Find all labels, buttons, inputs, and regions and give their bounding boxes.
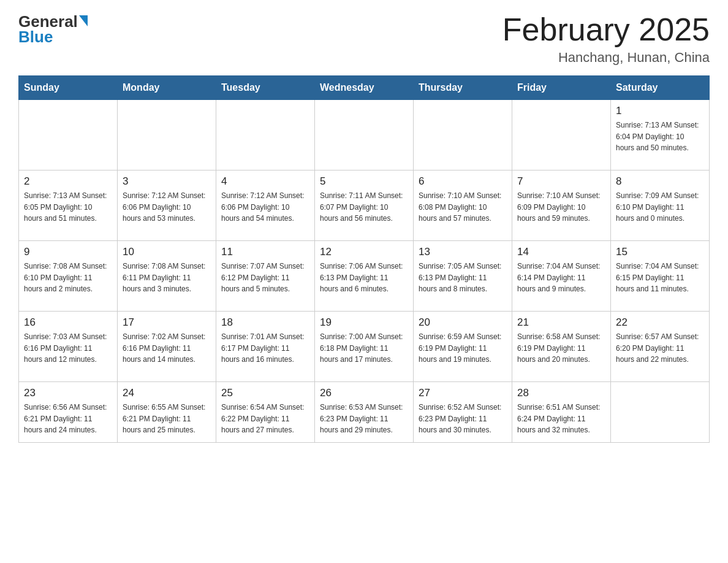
calendar-cell: 5Sunrise: 7:11 AM Sunset: 6:07 PM Daylig… — [315, 170, 414, 241]
calendar-cell: 9Sunrise: 7:08 AM Sunset: 6:10 PM Daylig… — [19, 241, 118, 312]
day-number: 21 — [517, 316, 605, 329]
calendar-cell: 1Sunrise: 7:13 AM Sunset: 6:04 PM Daylig… — [611, 100, 710, 170]
week-row-5: 23Sunrise: 6:56 AM Sunset: 6:21 PM Dayli… — [19, 382, 710, 443]
day-number: 25 — [221, 387, 309, 399]
calendar-cell: 20Sunrise: 6:59 AM Sunset: 6:19 PM Dayli… — [414, 312, 512, 382]
day-info: Sunrise: 7:13 AM Sunset: 6:05 PM Dayligh… — [24, 190, 112, 224]
day-info: Sunrise: 7:04 AM Sunset: 6:15 PM Dayligh… — [616, 261, 704, 295]
day-number: 10 — [123, 246, 211, 258]
day-number: 27 — [419, 387, 507, 399]
day-info: Sunrise: 7:05 AM Sunset: 6:13 PM Dayligh… — [419, 261, 507, 295]
day-info: Sunrise: 7:01 AM Sunset: 6:17 PM Dayligh… — [221, 331, 309, 366]
calendar-cell: 27Sunrise: 6:52 AM Sunset: 6:23 PM Dayli… — [414, 382, 512, 443]
title-block: February 2025 Hanchang, Hunan, China — [502, 12, 710, 66]
day-number: 18 — [221, 316, 309, 329]
calendar-cell: 16Sunrise: 7:03 AM Sunset: 6:16 PM Dayli… — [19, 312, 118, 382]
day-info: Sunrise: 6:56 AM Sunset: 6:21 PM Dayligh… — [24, 402, 112, 436]
day-number: 24 — [123, 387, 211, 399]
day-info: Sunrise: 7:07 AM Sunset: 6:12 PM Dayligh… — [221, 261, 309, 295]
day-info: Sunrise: 7:10 AM Sunset: 6:08 PM Dayligh… — [419, 190, 507, 224]
calendar-cell: 18Sunrise: 7:01 AM Sunset: 6:17 PM Dayli… — [216, 312, 315, 382]
day-number: 1 — [616, 105, 704, 117]
day-info: Sunrise: 6:54 AM Sunset: 6:22 PM Dayligh… — [221, 402, 309, 436]
day-number: 6 — [419, 175, 507, 188]
day-number: 5 — [320, 175, 408, 188]
day-info: Sunrise: 7:12 AM Sunset: 6:06 PM Dayligh… — [221, 190, 309, 224]
day-info: Sunrise: 6:59 AM Sunset: 6:19 PM Dayligh… — [419, 331, 507, 366]
day-info: Sunrise: 7:08 AM Sunset: 6:10 PM Dayligh… — [24, 261, 112, 295]
calendar-cell: 19Sunrise: 7:00 AM Sunset: 6:18 PM Dayli… — [315, 312, 414, 382]
calendar-cell — [611, 382, 710, 443]
logo: General Blue — [18, 12, 88, 47]
calendar-cell — [118, 100, 216, 170]
weekday-header-sunday: Sunday — [19, 76, 118, 100]
calendar-cell: 15Sunrise: 7:04 AM Sunset: 6:15 PM Dayli… — [611, 241, 710, 312]
day-info: Sunrise: 7:12 AM Sunset: 6:06 PM Dayligh… — [123, 190, 211, 224]
day-info: Sunrise: 7:08 AM Sunset: 6:11 PM Dayligh… — [123, 261, 211, 295]
day-info: Sunrise: 6:52 AM Sunset: 6:23 PM Dayligh… — [419, 402, 507, 436]
calendar-cell — [19, 100, 118, 170]
weekday-header-row: SundayMondayTuesdayWednesdayThursdayFrid… — [19, 76, 710, 100]
day-info: Sunrise: 7:06 AM Sunset: 6:13 PM Dayligh… — [320, 261, 408, 295]
week-row-2: 2Sunrise: 7:13 AM Sunset: 6:05 PM Daylig… — [19, 170, 710, 241]
calendar-cell: 24Sunrise: 6:55 AM Sunset: 6:21 PM Dayli… — [118, 382, 216, 443]
weekday-header-monday: Monday — [118, 76, 216, 100]
calendar-cell: 10Sunrise: 7:08 AM Sunset: 6:11 PM Dayli… — [118, 241, 216, 312]
day-number: 28 — [517, 387, 605, 399]
day-number: 23 — [24, 387, 112, 399]
calendar-subtitle: Hanchang, Hunan, China — [502, 50, 710, 66]
calendar-cell: 14Sunrise: 7:04 AM Sunset: 6:14 PM Dayli… — [512, 241, 611, 312]
day-info: Sunrise: 7:09 AM Sunset: 6:10 PM Dayligh… — [616, 190, 704, 224]
day-info: Sunrise: 7:00 AM Sunset: 6:18 PM Dayligh… — [320, 331, 408, 366]
calendar-cell: 13Sunrise: 7:05 AM Sunset: 6:13 PM Dayli… — [414, 241, 512, 312]
calendar-cell — [315, 100, 414, 170]
day-info: Sunrise: 7:11 AM Sunset: 6:07 PM Dayligh… — [320, 190, 408, 224]
day-number: 3 — [123, 175, 211, 188]
calendar-table: SundayMondayTuesdayWednesdayThursdayFrid… — [18, 75, 710, 443]
calendar-cell — [512, 100, 611, 170]
day-number: 26 — [320, 387, 408, 399]
day-number: 14 — [517, 246, 605, 258]
calendar-cell: 22Sunrise: 6:57 AM Sunset: 6:20 PM Dayli… — [611, 312, 710, 382]
day-number: 16 — [24, 316, 112, 329]
day-number: 20 — [419, 316, 507, 329]
weekday-header-tuesday: Tuesday — [216, 76, 315, 100]
week-row-1: 1Sunrise: 7:13 AM Sunset: 6:04 PM Daylig… — [19, 100, 710, 170]
day-info: Sunrise: 6:57 AM Sunset: 6:20 PM Dayligh… — [616, 331, 704, 366]
day-info: Sunrise: 6:51 AM Sunset: 6:24 PM Dayligh… — [517, 402, 605, 436]
day-number: 11 — [221, 246, 309, 258]
day-info: Sunrise: 7:10 AM Sunset: 6:09 PM Dayligh… — [517, 190, 605, 224]
calendar-cell: 21Sunrise: 6:58 AM Sunset: 6:19 PM Dayli… — [512, 312, 611, 382]
day-info: Sunrise: 7:13 AM Sunset: 6:04 PM Dayligh… — [616, 120, 704, 154]
calendar-cell: 8Sunrise: 7:09 AM Sunset: 6:10 PM Daylig… — [611, 170, 710, 241]
day-number: 8 — [616, 175, 704, 188]
calendar-cell: 12Sunrise: 7:06 AM Sunset: 6:13 PM Dayli… — [315, 241, 414, 312]
page-header: General Blue February 2025 Hanchang, Hun… — [18, 12, 710, 66]
calendar-cell: 26Sunrise: 6:53 AM Sunset: 6:23 PM Dayli… — [315, 382, 414, 443]
day-info: Sunrise: 6:55 AM Sunset: 6:21 PM Dayligh… — [123, 402, 211, 436]
week-row-4: 16Sunrise: 7:03 AM Sunset: 6:16 PM Dayli… — [19, 312, 710, 382]
calendar-cell: 11Sunrise: 7:07 AM Sunset: 6:12 PM Dayli… — [216, 241, 315, 312]
day-number: 4 — [221, 175, 309, 188]
logo-blue-text: Blue — [18, 28, 53, 47]
calendar-cell — [216, 100, 315, 170]
day-info: Sunrise: 6:58 AM Sunset: 6:19 PM Dayligh… — [517, 331, 605, 366]
calendar-title: February 2025 — [502, 12, 710, 47]
weekday-header-thursday: Thursday — [414, 76, 512, 100]
week-row-3: 9Sunrise: 7:08 AM Sunset: 6:10 PM Daylig… — [19, 241, 710, 312]
day-number: 12 — [320, 246, 408, 258]
day-number: 9 — [24, 246, 112, 258]
calendar-cell: 6Sunrise: 7:10 AM Sunset: 6:08 PM Daylig… — [414, 170, 512, 241]
day-number: 22 — [616, 316, 704, 329]
day-number: 19 — [320, 316, 408, 329]
day-number: 17 — [123, 316, 211, 329]
calendar-cell: 2Sunrise: 7:13 AM Sunset: 6:05 PM Daylig… — [19, 170, 118, 241]
day-number: 2 — [24, 175, 112, 188]
day-info: Sunrise: 6:53 AM Sunset: 6:23 PM Dayligh… — [320, 402, 408, 436]
calendar-cell: 28Sunrise: 6:51 AM Sunset: 6:24 PM Dayli… — [512, 382, 611, 443]
calendar-cell: 25Sunrise: 6:54 AM Sunset: 6:22 PM Dayli… — [216, 382, 315, 443]
calendar-cell: 23Sunrise: 6:56 AM Sunset: 6:21 PM Dayli… — [19, 382, 118, 443]
calendar-cell: 7Sunrise: 7:10 AM Sunset: 6:09 PM Daylig… — [512, 170, 611, 241]
calendar-cell: 4Sunrise: 7:12 AM Sunset: 6:06 PM Daylig… — [216, 170, 315, 241]
calendar-cell — [414, 100, 512, 170]
